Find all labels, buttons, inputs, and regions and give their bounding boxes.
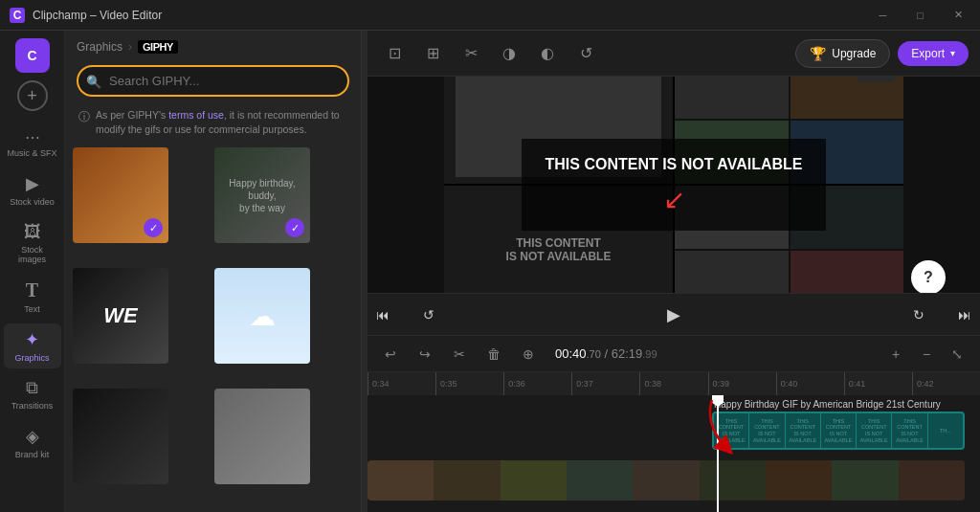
aspect-ratio-label[interactable]: 21:9 — [857, 77, 896, 82]
timeline-ruler: 0:34 0:35 0:36 0:37 0:38 0:39 0:40 0:41 … — [368, 372, 980, 395]
gif-frame-3: THIS CONTENTIS NOT AVAILABLE — [786, 413, 821, 448]
sidebar-label-transitions: Transitions — [11, 401, 54, 411]
export-label: Export — [911, 47, 945, 60]
export-button[interactable]: Export ▾ — [898, 41, 969, 66]
delete-btn[interactable]: 🗑 — [480, 341, 507, 367]
sidebar-item-stock-video[interactable]: ▶ Stock video — [4, 167, 61, 212]
video-track[interactable] — [368, 460, 965, 501]
fxcolor-btn[interactable]: ◐ — [532, 38, 563, 69]
gif-frame-4: THIS CONTENTIS NOT AVAILABLE — [821, 413, 857, 448]
link-btn[interactable]: ⊕ — [515, 341, 542, 367]
gif-item-2[interactable]: Happy birthday, buddy,by the way ✓ — [214, 147, 310, 243]
gif-item-3[interactable]: WE — [73, 268, 168, 364]
ruler-mark-035: 0:35 — [435, 372, 503, 395]
time-separator: / — [604, 346, 611, 361]
editor-area: ⊡ ⊞ ✂ ◑ ◐ ↺ 🏆 Upgrade Export ▾ — [368, 31, 980, 512]
timeline-tracks: Happy Birthday GIF by American Bridge 21… — [368, 395, 980, 512]
sidebar-item-text[interactable]: T Text — [4, 274, 61, 320]
crop-tool-btn[interactable]: ⊡ — [379, 38, 410, 69]
upgrade-icon: 🏆 — [810, 46, 826, 61]
gif-item-1[interactable]: ✓ — [73, 147, 168, 243]
ruler-mark-037: 0:37 — [571, 372, 639, 395]
transitions-icon: ⧉ — [26, 378, 38, 398]
speed-btn[interactable]: ↺ — [570, 38, 601, 69]
more-icon: ⋯ — [25, 128, 40, 146]
toolbar-right: 🏆 Upgrade Export ▾ — [795, 39, 969, 68]
breadcrumb-current: GIPHY — [138, 40, 178, 54]
video-preview: THIS CONTENTIS NOT AVAILABLE THIS CONTEN… — [444, 77, 903, 293]
graphics-icon: ✦ — [25, 329, 39, 350]
sidebar-item-brand-kit[interactable]: ◈ Brand kit — [4, 420, 61, 465]
sidebar-item-transitions[interactable]: ⧉ Transitions — [4, 372, 61, 416]
go-to-start-btn[interactable]: ⏮ — [368, 300, 398, 330]
app-icon: C — [10, 8, 25, 23]
text-icon: T — [26, 279, 38, 301]
ruler-mark-041: 0:41 — [844, 372, 912, 395]
sidebar-label-brand-kit: Brand kit — [15, 450, 50, 459]
playhead[interactable] — [717, 395, 719, 512]
timeline-zoom-controls: + − ⤡ — [882, 341, 970, 367]
titlebar: C Clipchamp – Video Editor ─ □ ✕ — [0, 0, 980, 31]
sidebar: C + ⋯ Music & SFX ▶ Stock video 🖼 Stock … — [0, 31, 65, 512]
stock-images-icon: 🖼 — [24, 222, 41, 242]
gif-item-4[interactable]: ☁ — [214, 268, 310, 364]
more-label: Music & SFX — [8, 148, 57, 158]
gif-item-5[interactable] — [73, 389, 168, 484]
gif-frame-7: TH... — [928, 413, 963, 448]
sidebar-label-graphics: Graphics — [14, 353, 49, 363]
sidebar-item-graphics[interactable]: ✦ Graphics — [4, 323, 61, 368]
gif-item-6[interactable] — [214, 389, 310, 484]
add-media-button[interactable]: + — [17, 80, 48, 111]
timeline-toolbar: ↩ ↪ ✂ 🗑 ⊕ 00:40.70 / 62:19.99 + − ⤡ — [368, 336, 980, 372]
help-button[interactable]: ? — [911, 260, 946, 293]
sidebar-item-stock-images[interactable]: 🖼 Stock images — [4, 216, 61, 270]
sidebar-more-button[interactable]: ⋯ Music & SFX — [4, 122, 61, 164]
ruler-mark-039: 0:39 — [708, 372, 776, 395]
current-time: 00:40 — [555, 346, 587, 361]
scissors-btn[interactable]: ✂ — [446, 341, 473, 367]
app-title: Clipchamp – Video Editor — [33, 9, 162, 22]
gif-track-label: Happy Birthday GIF by American Bridge 21… — [712, 399, 965, 410]
color-btn[interactable]: ◑ — [494, 38, 524, 69]
timeline: ↩ ↪ ✂ 🗑 ⊕ 00:40.70 / 62:19.99 + − ⤡ — [368, 335, 980, 512]
timeline-time: 00:40.70 / 62:19.99 — [555, 346, 657, 361]
current-frame: .70 — [587, 348, 601, 360]
gif-track[interactable]: THIS CONTENTIS NOT AVAILABLE THIS CONTEN… — [712, 412, 965, 450]
maximize-btn[interactable]: □ — [909, 10, 931, 21]
gif-frame-6: THIS CONTENTIS NOT AVAILABLE — [892, 413, 927, 448]
close-btn[interactable]: ✕ — [947, 9, 970, 21]
sidebar-label-stock-images: Stock images — [8, 245, 57, 264]
redo-btn[interactable]: ↪ — [412, 341, 438, 367]
giphy-logo: GIPHY — [138, 40, 178, 54]
terms-link[interactable]: terms of use — [168, 109, 224, 121]
ruler-mark-040: 0:40 — [776, 372, 844, 395]
upgrade-button[interactable]: 🏆 Upgrade — [795, 39, 890, 68]
rewind-btn[interactable]: ↺ — [413, 300, 444, 330]
preview-area: THIS CONTENTIS NOT AVAILABLE THIS CONTEN… — [368, 77, 980, 293]
search-section: 🔍 — [65, 59, 361, 102]
gif-frame-5: THIS CONTENTIS NOT AVAILABLE — [857, 413, 892, 448]
gif-frame-2: THIS CONTENTIS NOT AVAILABLE — [749, 413, 785, 448]
breadcrumb-root: Graphics — [77, 40, 122, 54]
window-controls: ─ □ ✕ — [872, 9, 970, 21]
playback-controls: ⏮ ↺ ▶ ↻ ⏭ — [368, 293, 980, 335]
play-pause-btn[interactable]: ▶ — [459, 298, 888, 332]
giphy-search-input[interactable] — [77, 65, 349, 97]
minimize-btn[interactable]: ─ — [872, 10, 895, 21]
sidebar-label-stock-video: Stock video — [10, 197, 55, 207]
zoom-out-btn[interactable]: − — [913, 341, 940, 367]
undo-btn[interactable]: ↩ — [377, 341, 404, 367]
fit-btn[interactable]: ⤡ — [944, 341, 970, 367]
editor-toolbar: ⊡ ⊞ ✂ ◑ ◐ ↺ 🏆 Upgrade Export ▾ — [368, 31, 980, 77]
fast-forward-btn[interactable]: ↻ — [903, 300, 934, 330]
export-chevron-icon: ▾ — [950, 48, 955, 58]
cut-btn[interactable]: ✂ — [456, 38, 486, 69]
total-time: 62:19 — [612, 346, 643, 361]
sidebar-label-text: Text — [24, 304, 40, 314]
add-track-btn[interactable]: + — [882, 341, 909, 367]
brand-kit-icon: ◈ — [26, 426, 39, 447]
total-frame: .99 — [642, 348, 657, 360]
transform-btn[interactable]: ⊞ — [417, 38, 448, 69]
graphics-panel: Graphics › GIPHY 🔍 ⓘ As per GIPHY's term… — [65, 31, 362, 512]
go-to-end-btn[interactable]: ⏭ — [949, 300, 980, 330]
